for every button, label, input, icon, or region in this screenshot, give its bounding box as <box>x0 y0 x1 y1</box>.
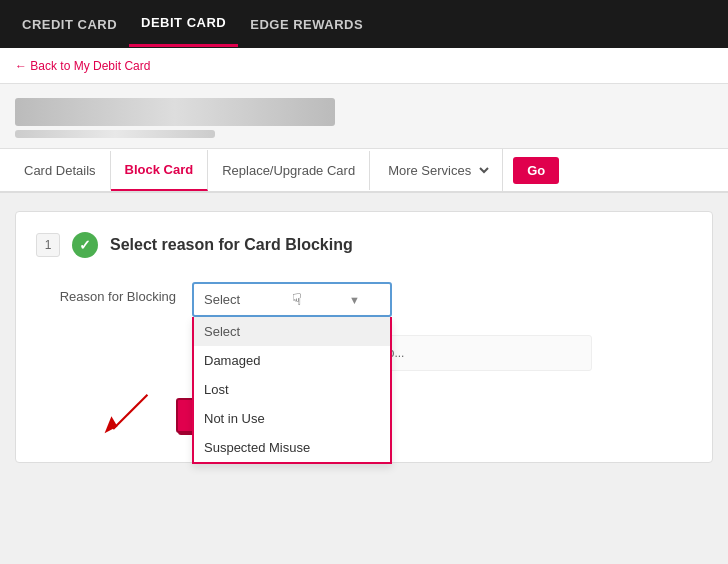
card-block-section: 1 Select reason for Card Blocking Reason… <box>15 211 713 463</box>
proceed-wrap: Proceed > <box>96 389 692 442</box>
option-damaged[interactable]: Damaged <box>194 346 390 375</box>
sub-nav-card-details[interactable]: Card Details <box>10 151 111 190</box>
arrow-annotation <box>96 389 156 442</box>
svg-marker-1 <box>105 416 118 433</box>
step-check-icon <box>72 232 98 258</box>
go-button[interactable]: Go <box>513 157 559 184</box>
sub-nav: Card Details Block Card Replace/Upgrade … <box>0 149 728 193</box>
reason-form-row: Reason for Blocking Select ☟ ▼ Select Da… <box>36 282 692 317</box>
dropdown-wrap: Select ☟ ▼ Select Damaged Lost Not in Us… <box>192 282 392 317</box>
svg-line-0 <box>113 395 147 429</box>
main-content: 1 Select reason for Card Blocking Reason… <box>0 193 728 481</box>
arrow-svg <box>96 389 156 439</box>
nav-credit-card[interactable]: CREDIT CARD <box>10 3 129 46</box>
card-image-placeholder2 <box>15 130 215 138</box>
cursor-icon: ☟ <box>292 290 302 309</box>
option-suspected-misuse[interactable]: Suspected Misuse <box>194 433 390 462</box>
card-image-bar <box>0 84 728 149</box>
nav-edge-rewards[interactable]: EDGE REWARDS <box>238 3 375 46</box>
dropdown-arrow-icon: ▼ <box>349 294 360 306</box>
back-bar: Back to My Debit Card <box>0 48 728 84</box>
sub-nav-replace-upgrade[interactable]: Replace/Upgrade Card <box>208 151 370 190</box>
dropdown-selected-value: Select <box>204 292 240 307</box>
card-image-placeholder <box>15 98 335 126</box>
option-select[interactable]: Select <box>194 317 390 346</box>
reason-label: Reason for Blocking <box>36 282 176 304</box>
option-not-in-use[interactable]: Not in Use <box>194 404 390 433</box>
more-services-select[interactable]: More Services Option 1 Option 2 <box>380 162 492 179</box>
step-header: 1 Select reason for Card Blocking <box>36 232 692 258</box>
more-services-wrap[interactable]: More Services Option 1 Option 2 <box>370 149 503 191</box>
reason-dropdown-menu: Select Damaged Lost Not in Use Suspected… <box>192 317 392 464</box>
step-title: Select reason for Card Blocking <box>110 236 353 254</box>
option-lost[interactable]: Lost <box>194 375 390 404</box>
step-number: 1 <box>36 233 60 257</box>
sub-nav-block-card[interactable]: Block Card <box>111 150 209 191</box>
back-link[interactable]: Back to My Debit Card <box>15 59 150 73</box>
reason-dropdown-trigger[interactable]: Select ☟ ▼ <box>192 282 392 317</box>
nav-debit-card[interactable]: DEBIT CARD <box>129 1 238 47</box>
top-nav: CREDIT CARD DEBIT CARD EDGE REWARDS <box>0 0 728 48</box>
